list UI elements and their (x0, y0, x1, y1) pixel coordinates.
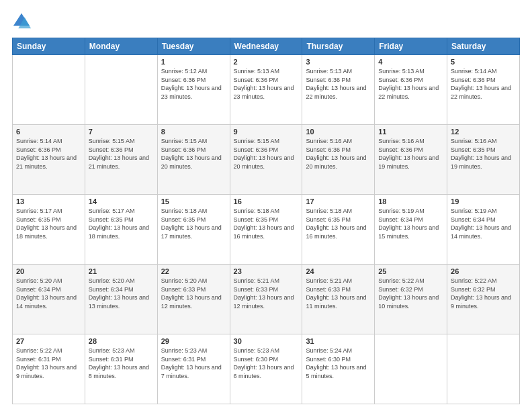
day-info: Sunrise: 5:24 AM Sunset: 6:30 PM Dayligh… (306, 347, 371, 380)
day-number: 7 (89, 128, 154, 136)
calendar-cell: 12Sunrise: 5:16 AM Sunset: 6:35 PM Dayli… (447, 125, 520, 195)
calendar-table: SundayMondayTuesdayWednesdayThursdayFrid… (12, 38, 520, 404)
calendar-week-row-5: 27Sunrise: 5:22 AM Sunset: 6:31 PM Dayli… (13, 334, 520, 404)
weekday-header-monday: Monday (85, 38, 157, 55)
calendar-cell: 21Sunrise: 5:20 AM Sunset: 6:34 PM Dayli… (85, 265, 157, 334)
calendar-cell: 4Sunrise: 5:13 AM Sunset: 6:36 PM Daylig… (375, 55, 447, 125)
calendar-cell: 20Sunrise: 5:20 AM Sunset: 6:34 PM Dayli… (13, 265, 85, 334)
day-info: Sunrise: 5:21 AM Sunset: 6:33 PM Dayligh… (234, 277, 299, 310)
calendar-cell: 29Sunrise: 5:23 AM Sunset: 6:31 PM Dayli… (157, 334, 230, 404)
day-number: 17 (306, 197, 371, 205)
calendar-cell: 23Sunrise: 5:21 AM Sunset: 6:33 PM Dayli… (230, 265, 302, 334)
day-number: 15 (161, 197, 226, 205)
day-number: 14 (89, 197, 154, 205)
calendar-cell: 19Sunrise: 5:19 AM Sunset: 6:34 PM Dayli… (447, 195, 520, 265)
calendar-cell (13, 55, 85, 125)
day-info: Sunrise: 5:19 AM Sunset: 6:34 PM Dayligh… (378, 207, 443, 240)
calendar-cell: 18Sunrise: 5:19 AM Sunset: 6:34 PM Dayli… (375, 195, 447, 265)
day-number: 9 (234, 128, 299, 136)
calendar-cell: 15Sunrise: 5:18 AM Sunset: 6:35 PM Dayli… (157, 195, 230, 265)
day-number: 24 (306, 267, 371, 275)
day-info: Sunrise: 5:22 AM Sunset: 6:32 PM Dayligh… (451, 277, 516, 310)
calendar-cell: 8Sunrise: 5:15 AM Sunset: 6:36 PM Daylig… (157, 125, 230, 195)
day-number: 4 (378, 58, 443, 66)
calendar-week-row-4: 20Sunrise: 5:20 AM Sunset: 6:34 PM Dayli… (13, 265, 520, 334)
day-info: Sunrise: 5:18 AM Sunset: 6:35 PM Dayligh… (306, 207, 371, 240)
calendar-cell: 26Sunrise: 5:22 AM Sunset: 6:32 PM Dayli… (447, 265, 520, 334)
day-info: Sunrise: 5:23 AM Sunset: 6:31 PM Dayligh… (161, 347, 226, 380)
day-info: Sunrise: 5:18 AM Sunset: 6:35 PM Dayligh… (161, 207, 226, 240)
day-number: 18 (378, 197, 443, 205)
day-info: Sunrise: 5:13 AM Sunset: 6:36 PM Dayligh… (306, 67, 371, 101)
day-info: Sunrise: 5:22 AM Sunset: 6:31 PM Dayligh… (16, 347, 81, 380)
day-info: Sunrise: 5:16 AM Sunset: 6:35 PM Dayligh… (451, 137, 516, 171)
day-info: Sunrise: 5:12 AM Sunset: 6:36 PM Dayligh… (161, 67, 226, 101)
day-number: 26 (451, 267, 516, 275)
day-number: 16 (234, 197, 299, 205)
day-info: Sunrise: 5:16 AM Sunset: 6:36 PM Dayligh… (306, 137, 371, 171)
day-number: 11 (378, 128, 443, 136)
day-info: Sunrise: 5:23 AM Sunset: 6:31 PM Dayligh… (89, 347, 154, 380)
day-number: 21 (89, 267, 154, 275)
day-number: 25 (378, 267, 443, 275)
day-number: 29 (161, 337, 226, 345)
day-info: Sunrise: 5:21 AM Sunset: 6:33 PM Dayligh… (306, 277, 371, 310)
calendar-week-row-2: 6Sunrise: 5:14 AM Sunset: 6:36 PM Daylig… (13, 125, 520, 195)
weekday-header-thursday: Thursday (302, 38, 375, 55)
calendar-cell: 1Sunrise: 5:12 AM Sunset: 6:36 PM Daylig… (157, 55, 230, 125)
day-number: 30 (234, 337, 299, 345)
day-number: 6 (16, 128, 81, 136)
weekday-header-wednesday: Wednesday (230, 38, 302, 55)
calendar-cell: 30Sunrise: 5:23 AM Sunset: 6:30 PM Dayli… (230, 334, 302, 404)
calendar-cell: 7Sunrise: 5:15 AM Sunset: 6:36 PM Daylig… (85, 125, 157, 195)
calendar-cell: 14Sunrise: 5:17 AM Sunset: 6:35 PM Dayli… (85, 195, 157, 265)
day-number: 31 (306, 337, 371, 345)
calendar-week-row-3: 13Sunrise: 5:17 AM Sunset: 6:35 PM Dayli… (13, 195, 520, 265)
day-info: Sunrise: 5:17 AM Sunset: 6:35 PM Dayligh… (89, 207, 154, 240)
day-number: 12 (451, 128, 516, 136)
day-info: Sunrise: 5:13 AM Sunset: 6:36 PM Dayligh… (234, 67, 299, 101)
weekday-header-sunday: Sunday (13, 38, 85, 55)
calendar-cell: 11Sunrise: 5:16 AM Sunset: 6:36 PM Dayli… (375, 125, 447, 195)
calendar-cell: 24Sunrise: 5:21 AM Sunset: 6:33 PM Dayli… (302, 265, 375, 334)
day-info: Sunrise: 5:22 AM Sunset: 6:32 PM Dayligh… (378, 277, 443, 310)
day-info: Sunrise: 5:23 AM Sunset: 6:30 PM Dayligh… (234, 347, 299, 380)
calendar-cell (447, 334, 520, 404)
calendar-cell: 3Sunrise: 5:13 AM Sunset: 6:36 PM Daylig… (302, 55, 375, 125)
day-number: 8 (161, 128, 226, 136)
day-number: 3 (306, 58, 371, 66)
day-info: Sunrise: 5:20 AM Sunset: 6:33 PM Dayligh… (161, 277, 226, 310)
day-info: Sunrise: 5:17 AM Sunset: 6:35 PM Dayligh… (16, 207, 81, 240)
calendar-cell: 2Sunrise: 5:13 AM Sunset: 6:36 PM Daylig… (230, 55, 302, 125)
calendar-cell: 13Sunrise: 5:17 AM Sunset: 6:35 PM Dayli… (13, 195, 85, 265)
weekday-header-friday: Friday (375, 38, 447, 55)
day-info: Sunrise: 5:14 AM Sunset: 6:36 PM Dayligh… (16, 137, 81, 171)
day-info: Sunrise: 5:20 AM Sunset: 6:34 PM Dayligh… (89, 277, 154, 310)
day-number: 5 (451, 58, 516, 66)
calendar-cell (375, 334, 447, 404)
day-number: 2 (234, 58, 299, 66)
weekday-header-saturday: Saturday (447, 38, 520, 55)
day-number: 22 (161, 267, 226, 275)
calendar-cell: 10Sunrise: 5:16 AM Sunset: 6:36 PM Dayli… (302, 125, 375, 195)
logo-icon (12, 12, 31, 31)
calendar-cell: 16Sunrise: 5:18 AM Sunset: 6:35 PM Dayli… (230, 195, 302, 265)
calendar-cell: 9Sunrise: 5:15 AM Sunset: 6:36 PM Daylig… (230, 125, 302, 195)
day-number: 27 (16, 337, 81, 345)
day-number: 23 (234, 267, 299, 275)
calendar-cell (85, 55, 157, 125)
weekday-header-tuesday: Tuesday (157, 38, 230, 55)
day-info: Sunrise: 5:15 AM Sunset: 6:36 PM Dayligh… (234, 137, 299, 171)
calendar-cell: 28Sunrise: 5:23 AM Sunset: 6:31 PM Dayli… (85, 334, 157, 404)
day-info: Sunrise: 5:16 AM Sunset: 6:36 PM Dayligh… (378, 137, 443, 171)
calendar-cell: 25Sunrise: 5:22 AM Sunset: 6:32 PM Dayli… (375, 265, 447, 334)
calendar-cell: 17Sunrise: 5:18 AM Sunset: 6:35 PM Dayli… (302, 195, 375, 265)
weekday-header-row: SundayMondayTuesdayWednesdayThursdayFrid… (13, 38, 520, 55)
logo (12, 12, 34, 31)
day-info: Sunrise: 5:18 AM Sunset: 6:35 PM Dayligh… (234, 207, 299, 240)
calendar-cell: 27Sunrise: 5:22 AM Sunset: 6:31 PM Dayli… (13, 334, 85, 404)
calendar-cell: 6Sunrise: 5:14 AM Sunset: 6:36 PM Daylig… (13, 125, 85, 195)
day-number: 20 (16, 267, 81, 275)
day-info: Sunrise: 5:15 AM Sunset: 6:36 PM Dayligh… (161, 137, 226, 171)
day-info: Sunrise: 5:14 AM Sunset: 6:36 PM Dayligh… (451, 67, 516, 101)
